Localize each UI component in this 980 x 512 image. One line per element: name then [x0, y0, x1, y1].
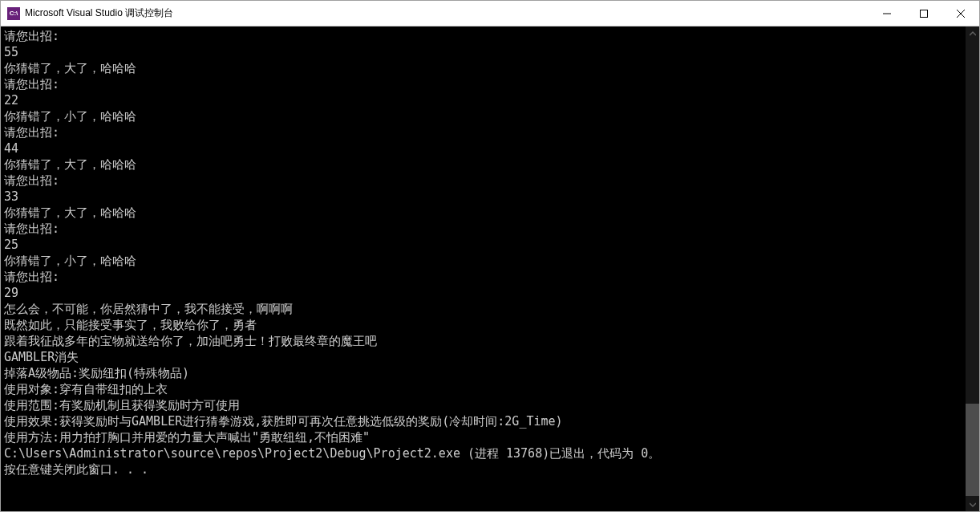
chevron-down-icon [970, 502, 976, 508]
console-line: 29 [4, 285, 962, 301]
console-line: 请您出招: [4, 124, 962, 140]
chevron-up-icon [970, 30, 976, 37]
window-title: Microsoft Visual Studio 调试控制台 [25, 6, 869, 20]
close-icon [957, 10, 965, 18]
console-line: 你猜错了，大了，哈哈哈 [4, 205, 962, 221]
minimize-button[interactable] [869, 1, 905, 26]
console-line: 33 [4, 189, 962, 205]
console-line: 请您出招: [4, 269, 962, 285]
console-line: 使用对象:穿有自带纽扣的上衣 [4, 381, 962, 397]
close-button[interactable] [942, 1, 979, 26]
console-line: 你猜错了，大了，哈哈哈 [4, 60, 962, 76]
console-line: 你猜错了，大了，哈哈哈 [4, 156, 962, 173]
console-line: 请您出招: [4, 76, 962, 92]
console-window: C:\ Microsoft Visual Studio 调试控制台 请您出招:5… [0, 0, 980, 512]
console-line: 44 [4, 140, 962, 156]
console-line: 使用效果:获得奖励时与GAMBLER进行猜拳游戏,获胜即可再次任意挑选低级的奖励… [4, 413, 962, 429]
console-line: 22 [4, 92, 962, 108]
maximize-icon [920, 10, 928, 18]
console-line: 25 [4, 237, 962, 253]
maximize-button[interactable] [905, 1, 942, 26]
console-line: 请您出招: [4, 28, 962, 44]
console-line: 使用方法:用力拍打胸口并用爱的力量大声喊出"勇敢纽纽,不怕困难" [4, 429, 962, 445]
svg-rect-1 [921, 10, 928, 17]
console-line: 请您出招: [4, 221, 962, 237]
console-line: 怎么会，不可能，你居然猜中了，我不能接受，啊啊啊 [4, 301, 962, 317]
console-line: 你猜错了，小了，哈哈哈 [4, 253, 962, 269]
console-line: 跟着我征战多年的宝物就送给你了，加油吧勇士！打败最终章的魔王吧 [4, 333, 962, 349]
console-line: 请您出招: [4, 173, 962, 189]
console-line: 使用范围:有奖励机制且获得奖励时方可使用 [4, 397, 962, 413]
app-icon: C:\ [7, 7, 20, 20]
window-controls [869, 1, 979, 26]
console-line: 你猜错了，小了，哈哈哈 [4, 108, 962, 124]
console-line: GAMBLER消失 [4, 349, 962, 365]
console-line: 既然如此，只能接受事实了，我败给你了，勇者 [4, 317, 962, 333]
titlebar[interactable]: C:\ Microsoft Visual Studio 调试控制台 [1, 1, 979, 26]
scroll-down-button[interactable] [966, 498, 979, 511]
minimize-icon [883, 10, 891, 18]
console-line: 按任意键关闭此窗口. . . [4, 461, 962, 477]
console-line: 55 [4, 44, 962, 60]
console-area: 请您出招:55你猜错了，大了，哈哈哈请您出招:22你猜错了，小了，哈哈哈请您出招… [1, 26, 979, 511]
console-line: C:\Users\Administrator\source\repos\Proj… [4, 445, 962, 461]
console-line: 掉落A级物品:奖励纽扣(特殊物品) [4, 365, 962, 381]
scroll-up-button[interactable] [966, 26, 979, 40]
scrollbar-thumb[interactable] [966, 404, 979, 496]
console-output[interactable]: 请您出招:55你猜错了，大了，哈哈哈请您出招:22你猜错了，小了，哈哈哈请您出招… [1, 26, 966, 511]
vertical-scrollbar[interactable] [966, 26, 979, 511]
